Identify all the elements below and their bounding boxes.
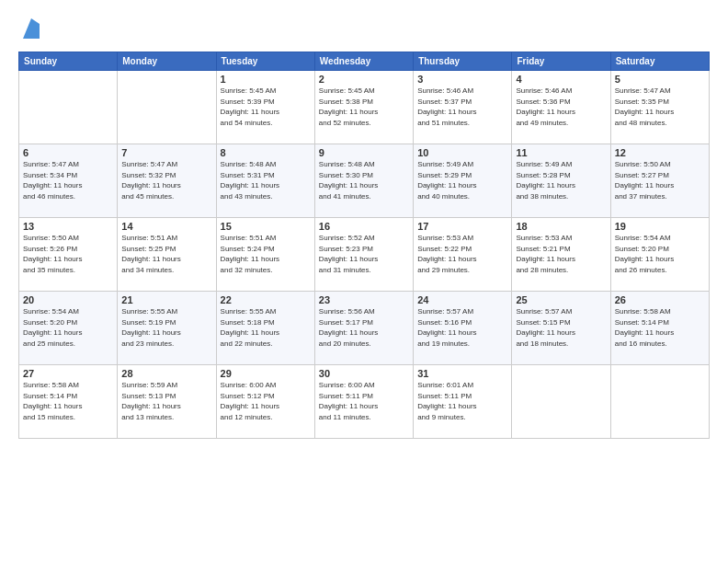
day-info: Sunrise: 5:50 AMSunset: 5:27 PMDaylight:…: [615, 159, 705, 201]
calendar-cell: 9Sunrise: 5:48 AMSunset: 5:30 PMDaylight…: [314, 144, 413, 218]
calendar-cell: [118, 71, 216, 144]
calendar-cell: 7Sunrise: 5:47 AMSunset: 5:32 PMDaylight…: [118, 144, 216, 218]
calendar-cell: 28Sunrise: 5:59 AMSunset: 5:13 PMDayligh…: [118, 365, 216, 439]
calendar-cell: [19, 71, 118, 144]
calendar-cell: 3Sunrise: 5:46 AMSunset: 5:37 PMDaylight…: [414, 71, 512, 144]
calendar-cell: 8Sunrise: 5:48 AMSunset: 5:31 PMDaylight…: [216, 144, 314, 218]
day-info: Sunrise: 5:54 AMSunset: 5:20 PMDaylight:…: [23, 306, 113, 349]
day-info: Sunrise: 5:58 AMSunset: 5:14 PMDaylight:…: [615, 306, 705, 349]
calendar-cell: 30Sunrise: 6:00 AMSunset: 5:11 PMDayligh…: [314, 365, 413, 439]
day-info: Sunrise: 5:53 AMSunset: 5:22 PMDaylight:…: [417, 233, 507, 275]
calendar-cell: 31Sunrise: 6:01 AMSunset: 5:11 PMDayligh…: [414, 365, 512, 439]
calendar-cell: 5Sunrise: 5:47 AMSunset: 5:35 PMDaylight…: [610, 71, 709, 144]
day-number: 1: [221, 74, 311, 85]
day-number: 21: [121, 294, 211, 305]
day-info: Sunrise: 6:00 AMSunset: 5:11 PMDaylight:…: [319, 380, 409, 422]
day-info: Sunrise: 5:55 AMSunset: 5:18 PMDaylight:…: [221, 306, 311, 349]
day-number: 15: [221, 221, 311, 232]
day-info: Sunrise: 5:51 AMSunset: 5:25 PMDaylight:…: [121, 233, 211, 275]
day-number: 19: [615, 221, 705, 232]
day-info: Sunrise: 5:55 AMSunset: 5:19 PMDaylight:…: [121, 306, 211, 349]
calendar-cell: 25Sunrise: 5:57 AMSunset: 5:15 PMDayligh…: [512, 292, 610, 365]
day-number: 11: [516, 147, 606, 158]
day-number: 30: [319, 368, 409, 379]
day-number: 10: [417, 147, 507, 158]
weekday-header: Monday: [118, 52, 216, 71]
logo-icon: [23, 18, 40, 39]
calendar-cell: 2Sunrise: 5:45 AMSunset: 5:38 PMDaylight…: [314, 71, 413, 144]
calendar-cell: 27Sunrise: 5:58 AMSunset: 5:14 PMDayligh…: [19, 365, 118, 439]
day-info: Sunrise: 5:57 AMSunset: 5:16 PMDaylight:…: [417, 306, 507, 349]
day-number: 31: [417, 368, 507, 379]
day-info: Sunrise: 5:48 AMSunset: 5:30 PMDaylight:…: [319, 159, 409, 201]
day-info: Sunrise: 5:57 AMSunset: 5:15 PMDaylight:…: [516, 306, 606, 349]
day-number: 17: [417, 221, 507, 232]
day-number: 26: [615, 294, 705, 305]
calendar-cell: 11Sunrise: 5:49 AMSunset: 5:28 PMDayligh…: [512, 144, 610, 218]
day-number: 28: [121, 368, 211, 379]
calendar-week-row: 20Sunrise: 5:54 AMSunset: 5:20 PMDayligh…: [19, 292, 710, 365]
day-info: Sunrise: 5:47 AMSunset: 5:35 PMDaylight:…: [615, 86, 705, 128]
calendar-cell: 16Sunrise: 5:52 AMSunset: 5:23 PMDayligh…: [314, 218, 413, 292]
day-number: 24: [417, 294, 507, 305]
day-number: 9: [319, 147, 409, 158]
calendar-cell: 29Sunrise: 6:00 AMSunset: 5:12 PMDayligh…: [216, 365, 314, 439]
calendar-cell: 12Sunrise: 5:50 AMSunset: 5:27 PMDayligh…: [610, 144, 709, 218]
day-number: 8: [221, 147, 311, 158]
calendar-cell: 4Sunrise: 5:46 AMSunset: 5:36 PMDaylight…: [512, 71, 610, 144]
day-info: Sunrise: 5:59 AMSunset: 5:13 PMDaylight:…: [121, 380, 211, 422]
calendar-week-row: 27Sunrise: 5:58 AMSunset: 5:14 PMDayligh…: [19, 365, 710, 439]
calendar-cell: 15Sunrise: 5:51 AMSunset: 5:24 PMDayligh…: [216, 218, 314, 292]
day-info: Sunrise: 6:01 AMSunset: 5:11 PMDaylight:…: [417, 380, 507, 422]
day-info: Sunrise: 5:47 AMSunset: 5:34 PMDaylight:…: [23, 159, 113, 201]
day-number: 20: [23, 294, 113, 305]
svg-marker-0: [23, 18, 40, 39]
calendar-cell: 22Sunrise: 5:55 AMSunset: 5:18 PMDayligh…: [216, 292, 314, 365]
calendar-cell: [610, 365, 709, 439]
day-number: 14: [121, 221, 211, 232]
calendar-cell: 14Sunrise: 5:51 AMSunset: 5:25 PMDayligh…: [118, 218, 216, 292]
day-info: Sunrise: 5:45 AMSunset: 5:38 PMDaylight:…: [319, 86, 409, 128]
calendar-cell: 19Sunrise: 5:54 AMSunset: 5:20 PMDayligh…: [610, 218, 709, 292]
day-info: Sunrise: 5:52 AMSunset: 5:23 PMDaylight:…: [319, 233, 409, 275]
calendar-cell: 26Sunrise: 5:58 AMSunset: 5:14 PMDayligh…: [610, 292, 709, 365]
day-info: Sunrise: 5:47 AMSunset: 5:32 PMDaylight:…: [121, 159, 211, 201]
day-number: 29: [221, 368, 311, 379]
calendar-cell: 20Sunrise: 5:54 AMSunset: 5:20 PMDayligh…: [19, 292, 118, 365]
day-number: 2: [319, 74, 409, 85]
day-number: 18: [516, 221, 606, 232]
calendar-week-row: 6Sunrise: 5:47 AMSunset: 5:34 PMDaylight…: [19, 144, 710, 218]
weekday-header: Wednesday: [314, 52, 413, 71]
day-number: 7: [121, 147, 211, 158]
day-info: Sunrise: 5:45 AMSunset: 5:39 PMDaylight:…: [221, 86, 311, 128]
calendar-cell: 1Sunrise: 5:45 AMSunset: 5:39 PMDaylight…: [216, 71, 314, 144]
calendar-header-row: SundayMondayTuesdayWednesdayThursdayFrid…: [19, 52, 710, 71]
calendar-cell: 21Sunrise: 5:55 AMSunset: 5:19 PMDayligh…: [118, 292, 216, 365]
calendar-week-row: 13Sunrise: 5:50 AMSunset: 5:26 PMDayligh…: [19, 218, 710, 292]
day-info: Sunrise: 5:49 AMSunset: 5:28 PMDaylight:…: [516, 159, 606, 201]
day-number: 6: [23, 147, 113, 158]
day-info: Sunrise: 5:49 AMSunset: 5:29 PMDaylight:…: [417, 159, 507, 201]
day-info: Sunrise: 5:54 AMSunset: 5:20 PMDaylight:…: [615, 233, 705, 275]
calendar-cell: 6Sunrise: 5:47 AMSunset: 5:34 PMDaylight…: [19, 144, 118, 218]
calendar-cell: 17Sunrise: 5:53 AMSunset: 5:22 PMDayligh…: [414, 218, 512, 292]
day-info: Sunrise: 5:46 AMSunset: 5:36 PMDaylight:…: [516, 86, 606, 128]
day-number: 13: [23, 221, 113, 232]
weekday-header: Saturday: [610, 52, 709, 71]
calendar-cell: 23Sunrise: 5:56 AMSunset: 5:17 PMDayligh…: [314, 292, 413, 365]
day-number: 4: [516, 74, 606, 85]
calendar-cell: 10Sunrise: 5:49 AMSunset: 5:29 PMDayligh…: [414, 144, 512, 218]
day-number: 23: [319, 294, 409, 305]
day-number: 3: [417, 74, 507, 85]
day-info: Sunrise: 5:46 AMSunset: 5:37 PMDaylight:…: [417, 86, 507, 128]
day-info: Sunrise: 5:56 AMSunset: 5:17 PMDaylight:…: [319, 306, 409, 349]
day-info: Sunrise: 5:50 AMSunset: 5:26 PMDaylight:…: [23, 233, 113, 275]
calendar-cell: 18Sunrise: 5:53 AMSunset: 5:21 PMDayligh…: [512, 218, 610, 292]
day-number: 22: [221, 294, 311, 305]
weekday-header: Tuesday: [216, 52, 314, 71]
day-number: 27: [23, 368, 113, 379]
weekday-header: Friday: [512, 52, 610, 71]
day-number: 16: [319, 221, 409, 232]
day-number: 5: [615, 74, 705, 85]
calendar-cell: [512, 365, 610, 439]
